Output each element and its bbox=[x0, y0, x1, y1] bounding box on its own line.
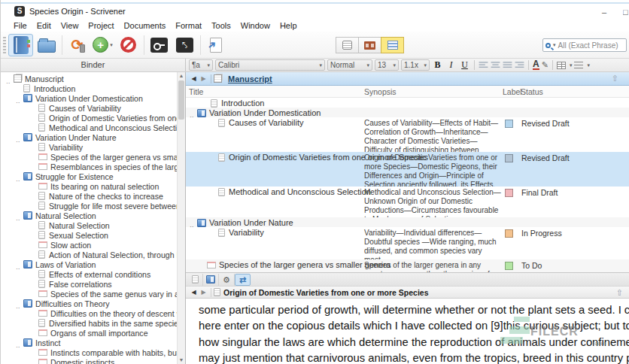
binder-item[interactable]: Natural Selection bbox=[1, 211, 177, 220]
column-title[interactable]: Title bbox=[189, 87, 203, 96]
binder-item[interactable]: Species of the same genus vary in an ana… bbox=[1, 289, 177, 299]
add-document-button[interactable] bbox=[187, 274, 203, 286]
maximize-button[interactable]: □ bbox=[623, 8, 629, 17]
outliner-breadcrumb[interactable]: Manuscript bbox=[228, 74, 272, 83]
binder-scrollbar[interactable]: ▲ ▼ bbox=[177, 72, 185, 364]
add-folder-button[interactable] bbox=[203, 274, 219, 286]
document-view-button[interactable] bbox=[336, 37, 359, 53]
binder-item[interactable]: Variation Under Nature bbox=[1, 132, 177, 142]
outline-row[interactable]: VariabilityVariability—Individual differ… bbox=[186, 227, 629, 259]
binder-item[interactable]: Variation Under Domestication bbox=[1, 93, 177, 103]
document-title[interactable]: Origin of Domestic Varieties from one or… bbox=[223, 288, 429, 297]
binder-toggle-button[interactable] bbox=[8, 34, 33, 56]
outline-row[interactable]: Species of the larger genera vs smaller … bbox=[186, 259, 629, 272]
bold-button[interactable]: B bbox=[432, 59, 443, 71]
binder-item[interactable]: Species of the larger genera vs smaller … bbox=[1, 152, 177, 162]
minimize-button[interactable]: – bbox=[602, 8, 606, 17]
binder-item[interactable]: Organs of small importance bbox=[1, 328, 177, 338]
line-spacing-dropdown[interactable]: 1.1x▾ bbox=[401, 59, 430, 71]
list-button[interactable] bbox=[574, 62, 583, 69]
table-dropdown-arrow-icon[interactable]: ▾ bbox=[570, 62, 573, 68]
outline-row[interactable]: Variation Under Domestication bbox=[186, 108, 629, 117]
back-button[interactable]: ◀ bbox=[189, 75, 199, 82]
column-label[interactable]: Label bbox=[503, 87, 522, 96]
binder-item[interactable]: Methodical and Unconscious Selection bbox=[1, 123, 177, 132]
binder-item[interactable]: Nature of the checks to increase bbox=[1, 191, 177, 201]
menu-tools[interactable]: Tools bbox=[211, 21, 231, 30]
project-search-box[interactable]: ▾ All (Exact Phrase) bbox=[542, 38, 627, 52]
binder-item[interactable]: Variability bbox=[1, 142, 177, 152]
outliner-view-button[interactable] bbox=[381, 37, 404, 53]
sync-button[interactable]: ⟳ bbox=[65, 34, 90, 56]
menu-help[interactable]: Help bbox=[280, 21, 297, 30]
binder-item[interactable]: Diversified habits in the same species bbox=[1, 318, 177, 328]
menu-documents[interactable]: Documents bbox=[124, 21, 166, 30]
auto-load-toggle-button[interactable]: ⇄ bbox=[235, 274, 251, 286]
binder-item[interactable]: Effects of external conditions bbox=[1, 269, 177, 279]
binder-item[interactable]: Struggle for life most severe between in… bbox=[1, 201, 177, 211]
menu-window[interactable]: Window bbox=[241, 21, 270, 30]
column-status[interactable]: Status bbox=[521, 87, 543, 96]
binder-item[interactable]: Introduction bbox=[1, 83, 177, 93]
binder-item[interactable]: Difficulties on Theory bbox=[1, 299, 177, 308]
compile-button[interactable] bbox=[203, 34, 228, 56]
binder-item[interactable]: Laws of Variation bbox=[1, 259, 177, 269]
column-synopsis[interactable]: Synopsis bbox=[364, 87, 397, 96]
highlight-button[interactable]: ✎ bbox=[542, 60, 548, 70]
add-item-button[interactable]: +▾ bbox=[90, 34, 115, 56]
list-dropdown-arrow-icon[interactable]: ▾ bbox=[587, 62, 590, 68]
align-left-button[interactable] bbox=[479, 62, 488, 69]
back-button[interactable]: ◀ bbox=[189, 289, 199, 296]
corkboard-view-button[interactable] bbox=[358, 37, 381, 53]
binder-item[interactable]: Its bearing on natural selection bbox=[1, 181, 177, 191]
menu-edit[interactable]: Edit bbox=[37, 21, 51, 30]
binder-item[interactable]: False correlations bbox=[1, 279, 177, 289]
style-dropdown[interactable]: Normal▾ bbox=[327, 59, 372, 71]
collections-button[interactable] bbox=[34, 34, 59, 56]
outline-row[interactable]: Variation Under Nature bbox=[186, 217, 629, 227]
menu-view[interactable]: View bbox=[61, 21, 79, 30]
binder-item[interactable]: Instinct bbox=[1, 338, 177, 347]
header-menu-icon[interactable]: ⇧ bbox=[612, 74, 618, 83]
scroll-up-arrow-icon[interactable]: ▲ bbox=[178, 72, 185, 80]
scroll-down-arrow-icon[interactable]: ▼ bbox=[178, 356, 185, 364]
menu-format[interactable]: Format bbox=[175, 21, 202, 30]
binder-item[interactable]: Difficulties on the theory of descent wi… bbox=[1, 308, 177, 318]
binder-item[interactable]: Action of Natural Selection, through Div… bbox=[1, 250, 177, 259]
outline-row[interactable]: Introduction bbox=[186, 98, 629, 108]
forward-button[interactable]: ▶ bbox=[199, 75, 208, 82]
binder-item[interactable]: Causes of Variability bbox=[1, 103, 177, 113]
font-dropdown[interactable]: Calibri▾ bbox=[215, 59, 325, 71]
font-size-dropdown[interactable]: 13▾ bbox=[375, 59, 399, 71]
move-to-trash-button[interactable] bbox=[116, 34, 141, 56]
underline-button[interactable]: U bbox=[459, 59, 470, 71]
binder-item[interactable]: Domestic instincts... bbox=[1, 357, 177, 364]
binder-item[interactable]: Struggle for Existence bbox=[1, 171, 177, 181]
binder-item[interactable]: Instincts comparable with habits, but di… bbox=[1, 347, 177, 357]
italic-button[interactable]: I bbox=[445, 59, 457, 71]
binder-item[interactable]: Resemblances in species of the larger ge… bbox=[1, 162, 177, 171]
scrollbar-thumb[interactable] bbox=[178, 80, 184, 120]
outline-row[interactable]: Causes of VariabilityCauses of Variabili… bbox=[186, 117, 629, 152]
menu-project[interactable]: Project bbox=[88, 21, 114, 30]
settings-button[interactable]: ⚙ bbox=[219, 274, 235, 286]
outline-row[interactable]: Methodical and Unconscious SelectionMeth… bbox=[186, 187, 629, 217]
binder-item[interactable]: Slow action bbox=[1, 240, 177, 250]
table-button[interactable] bbox=[557, 62, 566, 69]
compose-mode-button[interactable] bbox=[147, 34, 172, 56]
menu-file[interactable]: File bbox=[14, 21, 27, 30]
document-editor[interactable]: some particular period of growth, will d… bbox=[186, 299, 629, 364]
forward-button[interactable]: ▶ bbox=[199, 289, 208, 296]
text-color-button[interactable]: A bbox=[533, 60, 539, 70]
add-dropdown-arrow-icon[interactable]: ▾ bbox=[110, 42, 113, 48]
preset-dropdown[interactable]: ¶a▾ bbox=[189, 59, 213, 71]
header-menu-icon[interactable]: ⇧ bbox=[616, 288, 623, 298]
binder-item[interactable]: Natural Selection bbox=[1, 220, 177, 230]
toolbar-grip[interactable] bbox=[3, 37, 6, 53]
align-center-button[interactable] bbox=[491, 62, 500, 69]
align-justify-button[interactable] bbox=[503, 62, 512, 69]
fullscreen-button[interactable]: ⤣ bbox=[172, 34, 197, 56]
search-options-arrow-icon[interactable]: ▾ bbox=[553, 42, 556, 48]
binder-item[interactable]: Sexual Selection bbox=[1, 230, 177, 240]
binder-item[interactable]: Manuscript bbox=[1, 74, 177, 83]
